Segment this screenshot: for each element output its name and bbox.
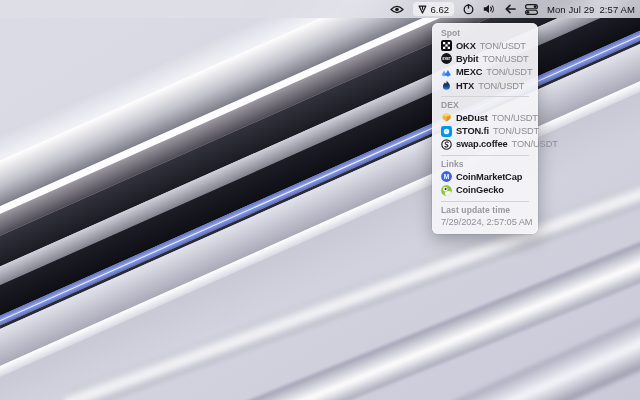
menu-divider [441,96,529,97]
last-update-timestamp: 7/29/2024, 2:57:05 AM [441,216,533,229]
exchange-name: MEXC [456,67,482,77]
menu-item-htx[interactable]: HTX TON/USDT [441,79,533,92]
stonfi-icon [441,126,452,137]
trading-pair: TON/USDT [492,113,538,123]
trading-pair: TON/USDT [483,54,529,64]
svg-text:M: M [444,173,450,180]
desktop: 6.62 [0,0,640,400]
menu-item-stonfi[interactable]: STON.fi TON/USDT [441,124,533,137]
eye-icon[interactable] [390,0,404,18]
arrow-left-icon[interactable] [504,0,516,18]
menu-item-dedust[interactable]: DeDust TON/USDT [441,111,533,124]
exchange-name: OKX [456,41,476,51]
ton-logo-icon [418,5,427,14]
menu-item-okx[interactable]: OKX TON/USDT [441,39,533,52]
ton-price-menubar-item[interactable]: 6.62 [413,2,454,16]
menu-item-coinmarketcap[interactable]: M CoinMarketCap [441,170,533,183]
link-name: CoinMarketCap [456,172,522,182]
exchange-name: STON.fi [456,126,489,136]
ton-price-dropdown-menu: Spot OKX TON/USDT BYBIT Bybit [432,23,538,234]
exchange-name: swap.coffee [456,139,508,149]
trading-pair: TON/USDT [478,81,524,91]
power-toggle-icon[interactable] [463,0,474,18]
ton-price-value: 6.62 [430,4,449,15]
trading-pair: TON/USDT [480,41,526,51]
section-header-dex: DEX [441,99,533,111]
trading-pair: TON/USDT [512,139,558,149]
coinmarketcap-icon: M [441,171,452,182]
menu-divider [441,155,529,156]
htx-icon [441,80,452,91]
svg-text:BYBIT: BYBIT [442,57,450,61]
section-header-links: Links [441,158,533,170]
menu-item-mexc[interactable]: MEXC TON/USDT [441,66,533,79]
control-center-icon[interactable] [525,0,538,18]
wallpaper [0,0,640,400]
wallpaper-chrome-bands [0,0,640,400]
menubar-clock[interactable]: Mon Jul 29 2:57 AM [547,4,635,15]
exchange-name: HTX [456,81,474,91]
menu-item-swapcoffee[interactable]: swap.coffee TON/USDT [441,138,533,151]
okx-icon [441,40,452,51]
menu-item-bybit[interactable]: BYBIT Bybit TON/USDT [441,52,533,65]
exchange-name: DeDust [456,113,488,123]
dedust-icon [441,112,452,123]
bybit-icon: BYBIT [441,53,452,64]
volume-icon[interactable] [483,0,495,18]
mexc-icon [441,67,452,78]
menubar: 6.62 [0,0,640,18]
link-name: CoinGecko [456,185,504,195]
trading-pair: TON/USDT [486,67,532,77]
section-header-last-update: Last update time [441,204,533,216]
section-header-spot: Spot [441,27,533,39]
menu-divider [441,201,529,202]
coingecko-icon [441,185,452,196]
trading-pair: TON/USDT [493,126,539,136]
swapcoffee-icon [441,139,452,150]
clock-time: 2:57 AM [599,4,635,15]
clock-date: Mon Jul 29 [547,4,594,15]
menu-item-coingecko[interactable]: CoinGecko [441,183,533,196]
exchange-name: Bybit [456,54,479,64]
